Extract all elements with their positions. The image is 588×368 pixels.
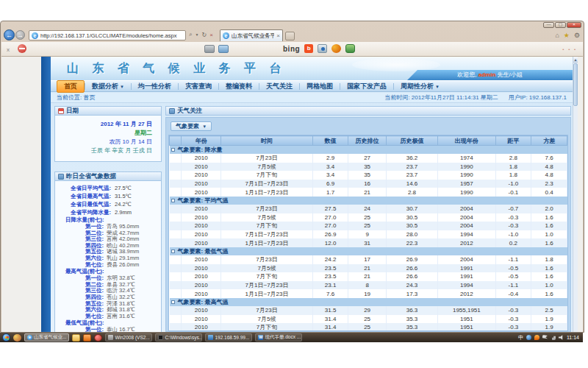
maximize-button[interactable]: ▢ [555, 22, 566, 28]
table-row[interactable]: 20107月23日27.52430.72004-0.72.0 [170, 205, 567, 213]
table-row[interactable]: 20107月5候31.42535.31951-0.31.9 [170, 315, 567, 324]
menu-item-4[interactable]: 灾害查询 [179, 81, 218, 92]
table-row[interactable]: 20107月1日~7月23日23.1824.31994-1.11.0 [170, 281, 567, 290]
speaker-icon[interactable] [559, 335, 564, 340]
table-row[interactable]: 20101月1日~7月23日7.61917.32012-0.41.6 [170, 289, 567, 298]
cell: 1.7 [312, 188, 348, 197]
table-row[interactable]: 20101月1日~7月23日1.7212.81990-0.10.4 [170, 188, 567, 197]
rank-label: 第七位: [58, 314, 104, 320]
favorites-star-icon[interactable]: ★ [564, 32, 570, 39]
search-dropdown-icon[interactable]: ▼ [195, 32, 198, 37]
table-row[interactable]: 20107月下旬23.52126.61991-0.51.6 [170, 272, 567, 281]
ime-indicator[interactable]: 中 [518, 334, 523, 342]
tray-app-icon[interactable] [526, 335, 531, 340]
camera-icon[interactable] [318, 44, 327, 53]
stat-label: 全省日平均气温: [58, 184, 111, 192]
scrollbar-up-icon[interactable]: ▲ [573, 57, 578, 63]
close-button[interactable]: × [567, 22, 581, 28]
taskbar-button-3[interactable]: C:\Windows\sys... [155, 333, 202, 342]
taskbar-button-1[interactable]: e山东省气候业... [24, 333, 69, 342]
forward-button[interactable]: → [15, 30, 25, 40]
people-icon[interactable] [345, 44, 355, 53]
section-expand-icon[interactable] [171, 148, 175, 152]
back-button[interactable]: ← [4, 29, 15, 40]
ie-page-icon: e [32, 32, 38, 39]
table-row[interactable]: 20107月5候3.43523.719901.84.8 [170, 163, 567, 171]
stop-icon[interactable]: × [209, 32, 213, 38]
scrollbar-thumb[interactable] [573, 63, 578, 106]
home-icon[interactable]: ⌂ [555, 32, 559, 39]
launcher-icon[interactable] [13, 334, 21, 342]
table-row[interactable]: 20107月下旬3.43523.719901.84.8 [170, 171, 567, 180]
cell: 6.9 [312, 180, 348, 188]
table-row[interactable]: 20107月23日31.52936.31955,1951-0.32.5 [170, 306, 567, 315]
cell: 1.9 [531, 323, 567, 331]
menu-item-5[interactable]: 整编资料 [219, 81, 259, 92]
refresh-icon[interactable]: ↻ [201, 32, 207, 38]
section-header-row[interactable]: 气象要素: 最低气温 [170, 247, 567, 255]
tools-gear-icon[interactable]: ⚙ [574, 32, 580, 39]
action-center-flag-icon[interactable] [542, 335, 548, 340]
menu-item-7[interactable]: 网格地图 [300, 81, 340, 92]
section-expand-icon[interactable] [171, 300, 175, 304]
media-player-icon[interactable] [94, 334, 102, 342]
cell: 7月下旬 [221, 171, 312, 180]
bing-box-icon[interactable]: b [304, 44, 313, 53]
new-tab-button[interactable] [285, 32, 295, 40]
cell: 7月1日~7月23日 [221, 281, 312, 290]
firefox-icon[interactable] [534, 335, 539, 340]
menu-item-9[interactable]: 周期性分析▼ [394, 81, 446, 92]
blocked-plugin-icon[interactable] [18, 44, 26, 53]
url-text[interactable]: http://192.168.137.1/GLCCLIMATE/modules/… [40, 32, 176, 39]
section-expand-icon[interactable] [171, 250, 175, 253]
table-row[interactable]: 20107月1日~7月23日26.9928.01994-1.01.0 [170, 230, 567, 239]
menu-item-2[interactable]: 数据分析▼ [85, 81, 131, 92]
taskbar-button-5[interactable]: W现代手册.docx ... [255, 333, 302, 342]
cell-blank [170, 264, 182, 273]
start-button[interactable] [2, 333, 10, 342]
menu-item-6[interactable]: 天气关注 [259, 81, 299, 92]
stamp-icon[interactable] [204, 45, 215, 53]
menu-item-1[interactable]: 首页 [57, 80, 85, 93]
section-expand-icon[interactable] [171, 199, 175, 202]
browser-tab[interactable]: e 山东省气候业务平... × [220, 29, 283, 41]
table-row[interactable]: 20101月1日~7月23日12.03122.320120.21.6 [170, 238, 567, 247]
toolbar-close-icon[interactable]: x [7, 46, 10, 53]
table-row[interactable]: 20107月1日~7月23日6.91614.61957-1.02.3 [170, 180, 567, 188]
page-scrollbar[interactable]: ▲ [573, 57, 578, 332]
bing-logo[interactable]: bing [283, 45, 300, 53]
section-header-row[interactable]: 气象要素: 最高气温 [170, 298, 567, 306]
cell-blank [170, 205, 182, 213]
taskbar-button-2[interactable]: Win2008 (VS2... [105, 333, 152, 342]
cell: 7月1日~7月23日 [221, 230, 312, 239]
address-input[interactable]: e http://192.168.137.1/GLCCLIMATE/module… [29, 30, 186, 40]
table-row[interactable]: 20107月5候23.52126.61991-0.51.6 [170, 264, 567, 273]
cell: 1.6 [531, 238, 567, 247]
table-row[interactable]: 20107月下旬31.42535.31951-0.31.9 [170, 323, 567, 331]
table-row[interactable]: 20107月23日2.92736.219742.87.6 [170, 154, 567, 163]
network-icon[interactable] [551, 335, 556, 340]
main-menu: 首页数据分析▼均一性分析灾害查询整编资料天气关注网格地图国家下发产品周期性分析▼ [51, 80, 573, 92]
taskbar-clock[interactable]: 11:14 [567, 335, 579, 340]
rdp-taskbar-icon [208, 335, 213, 340]
tab-title[interactable]: 山东省气候业务平... [232, 32, 274, 40]
section-header-row[interactable]: 气象要素: 降水量 [170, 146, 567, 155]
cell: 7月5候 [221, 315, 312, 324]
pinned-app-icon[interactable] [83, 334, 91, 342]
menu-item-3[interactable]: 均一性分析 [132, 81, 178, 92]
search-icon[interactable]: ⌕ [189, 31, 192, 38]
menu-item-8[interactable]: 国家下发产品 [340, 81, 393, 92]
folder-icon[interactable] [72, 334, 80, 342]
table-row[interactable]: 20107月23日24.21726.92004-1.11.8 [170, 255, 567, 264]
element-dropdown-button[interactable]: 气象要素 ▼ [171, 121, 212, 131]
mail-icon[interactable] [218, 45, 229, 53]
window-titlebar[interactable]: — ▢ × [1, 21, 584, 29]
paw-icon[interactable] [331, 44, 341, 53]
taskbar-button-4[interactable]: 192.168.59.99... [205, 333, 252, 342]
table-row[interactable]: 20107月下旬27.02530.52004-0.31.6 [170, 222, 567, 230]
more-options-icon[interactable]: • • • [562, 47, 577, 52]
minimize-button[interactable]: — [543, 22, 554, 28]
tab-close-icon[interactable]: × [276, 32, 280, 39]
table-row[interactable]: 20107月5候27.02530.52004-0.31.6 [170, 213, 567, 222]
section-header-row[interactable]: 气象要素: 平均气温 [170, 197, 567, 205]
